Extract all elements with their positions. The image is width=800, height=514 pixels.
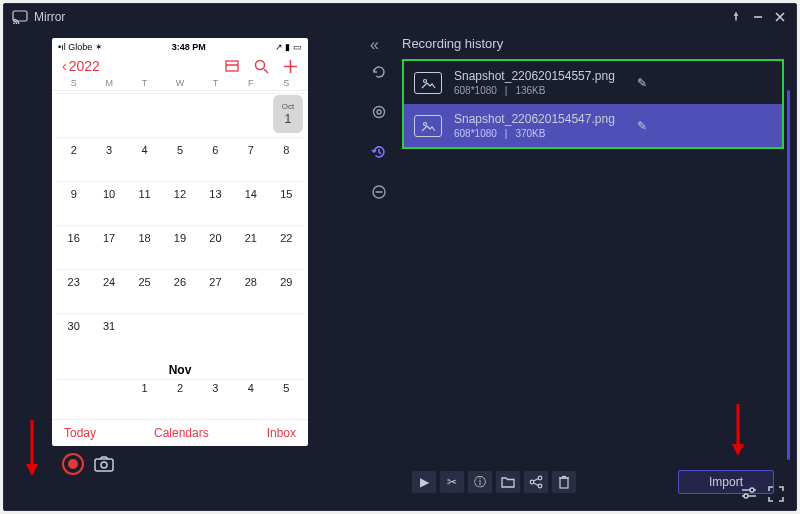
folder-button[interactable] xyxy=(496,471,520,493)
svg-point-11 xyxy=(101,462,107,468)
image-icon xyxy=(414,72,442,94)
month-label-nov: Nov xyxy=(56,359,304,379)
history-list-highlight: Snapshot_220620154557.png 608*1080|136KB… xyxy=(402,59,784,149)
day-cell[interactable]: 29 xyxy=(269,269,304,313)
day-cell[interactable]: 18 xyxy=(127,225,162,269)
svg-point-28 xyxy=(750,488,754,492)
pin-button[interactable] xyxy=(728,9,744,25)
day-cell[interactable]: 9 xyxy=(56,181,91,225)
calendars-button[interactable]: Calendars xyxy=(154,426,209,440)
edit-icon[interactable]: ✎ xyxy=(637,76,647,90)
day-cell[interactable]: 20 xyxy=(198,225,233,269)
day-cell[interactable]: 13 xyxy=(198,181,233,225)
day-cell[interactable]: 30 xyxy=(56,313,91,357)
day-cell[interactable]: 16 xyxy=(56,225,91,269)
phone-screen[interactable]: •ıl Globe ✶ 3:48 PM ↗ ▮ ▭ ‹2022 SMTWTFS xyxy=(52,38,308,446)
scrollbar[interactable] xyxy=(787,90,790,460)
snapshot-button[interactable] xyxy=(94,456,114,472)
svg-line-22 xyxy=(534,483,539,486)
svg-line-7 xyxy=(264,69,268,73)
search-icon[interactable] xyxy=(254,59,269,74)
svg-rect-23 xyxy=(560,478,568,488)
history-tab[interactable] xyxy=(367,140,391,164)
refresh-tab[interactable] xyxy=(367,60,391,84)
status-bar: •ıl Globe ✶ 3:48 PM ↗ ▮ ▭ xyxy=(52,38,308,56)
day-cell[interactable]: 25 xyxy=(127,269,162,313)
share-button[interactable] xyxy=(524,471,548,493)
svg-point-16 xyxy=(424,79,427,82)
fullscreen-icon[interactable] xyxy=(768,486,784,502)
record-button[interactable] xyxy=(62,453,84,475)
svg-point-13 xyxy=(377,110,381,114)
svg-point-20 xyxy=(538,484,542,488)
app-title: Mirror xyxy=(34,10,65,24)
delete-button[interactable] xyxy=(552,471,576,493)
day-cell[interactable]: 8 xyxy=(269,137,304,181)
weekday-row: SMTWTFS xyxy=(52,78,308,91)
cut-button[interactable]: ✂ xyxy=(440,471,464,493)
day-cell[interactable]: 28 xyxy=(233,269,268,313)
day-cell[interactable]: 27 xyxy=(198,269,233,313)
day-cell[interactable]: 4 xyxy=(127,137,162,181)
calendar-footer: Today Calendars Inbox xyxy=(52,419,308,446)
history-item[interactable]: Snapshot_220620154557.png 608*1080|136KB… xyxy=(404,61,782,104)
day-cell[interactable]: 14 xyxy=(233,181,268,225)
day-cell[interactable]: 15 xyxy=(269,181,304,225)
add-icon[interactable] xyxy=(283,59,298,74)
year-back-button[interactable]: ‹2022 xyxy=(62,58,100,74)
day-cell[interactable]: 6 xyxy=(198,137,233,181)
calendar-header: ‹2022 xyxy=(52,56,308,78)
history-item-selected[interactable]: Snapshot_220620154547.png 608*1080|370KB… xyxy=(404,104,782,147)
svg-rect-10 xyxy=(95,459,113,471)
status-time: 3:48 PM xyxy=(172,42,206,52)
content: •ıl Globe ✶ 3:48 PM ↗ ▮ ▭ ‹2022 SMTWTFS xyxy=(4,30,796,510)
day-cell[interactable]: 7 xyxy=(233,137,268,181)
edit-icon[interactable]: ✎ xyxy=(637,119,647,133)
mirror-controls xyxy=(52,446,364,482)
close-button[interactable] xyxy=(772,9,788,25)
day-cell[interactable]: 3 xyxy=(91,137,126,181)
svg-point-18 xyxy=(538,476,542,480)
history-actions: ▶ ✂ ⓘ Import xyxy=(402,464,784,502)
collapse-icon[interactable]: « xyxy=(370,36,379,54)
image-icon xyxy=(414,115,442,137)
day-cell[interactable]: 2 xyxy=(56,137,91,181)
status-carrier: •ıl Globe ✶ xyxy=(58,42,103,52)
inbox-button[interactable]: Inbox xyxy=(267,426,296,440)
play-button[interactable]: ▶ xyxy=(412,471,436,493)
list-view-icon[interactable] xyxy=(224,59,240,73)
titlebar: Mirror xyxy=(4,4,796,30)
history-pane: « Recording history Snapshot_22062015455… xyxy=(364,30,796,510)
day-cell[interactable]: 10 xyxy=(91,181,126,225)
svg-point-17 xyxy=(424,122,427,125)
day-cell[interactable]: 26 xyxy=(162,269,197,313)
day-cell[interactable]: 12 xyxy=(162,181,197,225)
panel-title: Recording history xyxy=(402,34,784,59)
day-cell[interactable]: 19 xyxy=(162,225,197,269)
calendar-grid[interactable]: Oct1234567891011121314151617181920212223… xyxy=(52,91,308,419)
day-cell[interactable]: 5 xyxy=(162,137,197,181)
day-cell[interactable]: 17 xyxy=(91,225,126,269)
day-cell[interactable]: 23 xyxy=(56,269,91,313)
cast-icon xyxy=(12,10,28,24)
day-cell[interactable]: 31 xyxy=(91,313,126,357)
bottom-right-controls xyxy=(740,486,784,502)
remove-tab[interactable] xyxy=(367,180,391,204)
day-cell[interactable]: 11 xyxy=(127,181,162,225)
status-right: ↗ ▮ ▭ xyxy=(275,42,302,52)
day-cell[interactable]: 24 xyxy=(91,269,126,313)
mirror-pane: •ıl Globe ✶ 3:48 PM ↗ ▮ ▭ ‹2022 SMTWTFS xyxy=(4,30,364,510)
today-button[interactable]: Today xyxy=(64,426,96,440)
minimize-button[interactable] xyxy=(750,9,766,25)
file-name: Snapshot_220620154547.png xyxy=(454,112,615,126)
settings-icon[interactable] xyxy=(740,486,758,502)
info-button[interactable]: ⓘ xyxy=(468,471,492,493)
window-controls xyxy=(728,9,788,25)
svg-rect-4 xyxy=(226,61,238,71)
svg-point-19 xyxy=(530,480,534,484)
svg-point-12 xyxy=(374,107,385,118)
day-cell[interactable]: 21 xyxy=(233,225,268,269)
svg-point-6 xyxy=(256,60,265,69)
day-cell[interactable]: 22 xyxy=(269,225,304,269)
settings-tab[interactable] xyxy=(367,100,391,124)
